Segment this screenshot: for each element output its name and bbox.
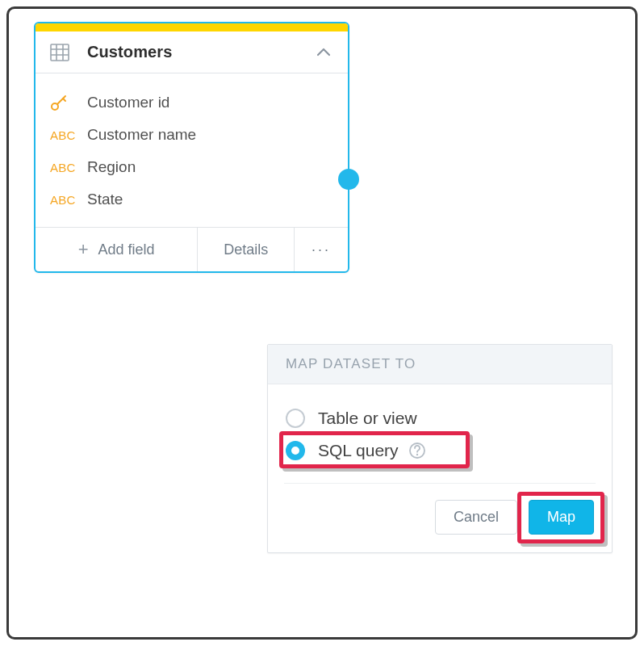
field-name: State (87, 191, 123, 208)
add-field-button[interactable]: + Add field (36, 228, 198, 271)
card-footer: + Add field Details ··· (36, 228, 348, 271)
dialog-footer: Cancel Map (268, 484, 612, 552)
map-label: Map (547, 509, 575, 525)
field-row[interactable]: ABC State (36, 183, 348, 216)
field-name: Customer id (87, 94, 169, 111)
details-label: Details (224, 241, 268, 258)
details-button[interactable]: Details (198, 228, 295, 271)
type-abc-icon: ABC (50, 161, 87, 174)
dialog-body: Table or view SQL query (268, 384, 612, 472)
field-row[interactable]: ABC Region (36, 151, 348, 183)
connection-dot-icon[interactable] (338, 169, 359, 190)
help-icon[interactable] (408, 442, 426, 459)
field-name: Customer name (87, 126, 196, 144)
app-frame: Customers Customer id ABC (6, 6, 638, 640)
dataset-card: Customers Customer id ABC (34, 22, 349, 273)
cancel-label: Cancel (454, 509, 499, 525)
radio-table-or-view[interactable]: Table or view (286, 404, 594, 433)
radio-icon (286, 441, 305, 460)
map-button[interactable]: Map (529, 500, 594, 535)
type-abc-icon: ABC (50, 128, 87, 142)
card-accent-strip (36, 23, 348, 31)
card-header[interactable]: Customers (36, 31, 348, 73)
svg-point-9 (416, 454, 417, 455)
more-icon: ··· (312, 241, 331, 258)
radio-label: SQL query (318, 441, 399, 460)
radio-label: Table or view (318, 409, 417, 428)
map-button-wrap: Map (529, 500, 594, 535)
more-button[interactable]: ··· (295, 228, 348, 271)
cancel-button[interactable]: Cancel (435, 500, 517, 535)
field-name: Region (87, 158, 136, 176)
key-icon (50, 94, 87, 111)
field-row[interactable]: Customer id (36, 86, 348, 119)
type-abc-icon: ABC (50, 193, 87, 207)
dialog-title: MAP DATASET TO (268, 345, 612, 384)
radio-sql-query[interactable]: SQL query (286, 436, 594, 465)
svg-rect-0 (51, 44, 69, 61)
radio-icon (286, 409, 305, 428)
table-icon (50, 44, 69, 61)
field-list: Customer id ABC Customer name ABC Region… (36, 73, 348, 228)
add-field-label: Add field (98, 241, 155, 258)
field-row[interactable]: ABC Customer name (36, 119, 348, 151)
plus-icon: + (78, 239, 89, 260)
card-title: Customers (87, 43, 316, 61)
chevron-up-icon[interactable] (316, 47, 332, 58)
svg-line-7 (63, 99, 65, 101)
map-dataset-dialog: MAP DATASET TO Table or view SQL query (267, 344, 613, 553)
